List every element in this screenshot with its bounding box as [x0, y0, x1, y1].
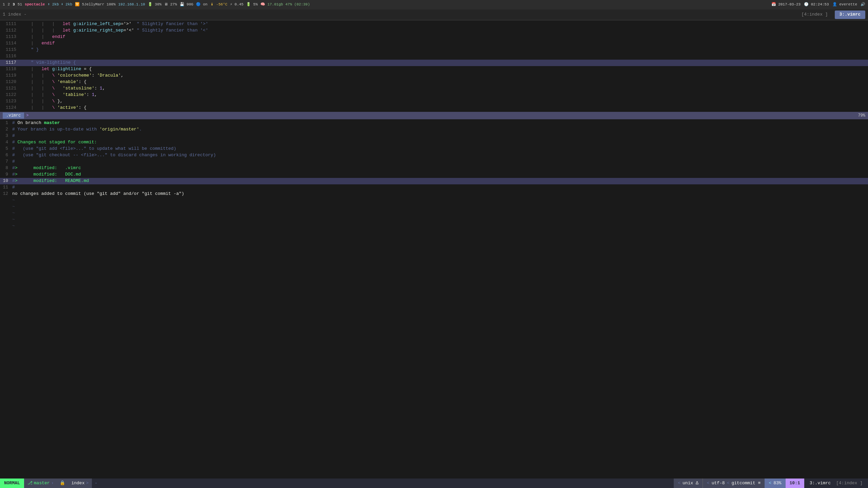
breadcrumb-arrow: > — [86, 480, 88, 486]
disk-stat: 💾 90G — [180, 2, 193, 7]
bracket-label: [4:index ] — [802, 12, 828, 18]
git-line-12: 12 no changes added to commit (use "git … — [0, 191, 868, 197]
clock-stat: 🕐 02:24:53 — [804, 2, 829, 7]
tab-2[interactable]: 2 — [8, 2, 10, 7]
upper-status-left: .vimrc > — [3, 113, 28, 119]
lock-icon: 🔒 — [60, 480, 65, 486]
branch-arrow: › — [51, 480, 54, 486]
git-line-6: 6 # (use "git checkout -- <file>..." to … — [0, 152, 868, 159]
top-bar-left: 1 2 3 51 spectacle ⬆ 2kb ⬇ 2kb 🛜 5JellyM… — [3, 2, 310, 7]
git-line-3: 3 # — [0, 133, 868, 139]
volume-stat: 🔊 — [861, 2, 865, 7]
upper-pane: 1111 | | | let g:airline_left_sep='>' " … — [0, 20, 868, 119]
git-line-8: 8 #> modified: .vimrc — [0, 165, 868, 171]
code-line-1111: 1111 | | | let g:airline_left_sep='>' " … — [0, 21, 868, 27]
encoding-section: < unix ∆ — [674, 479, 703, 488]
upper-arrow: > — [26, 113, 28, 119]
main-container: 1111 | | | let g:airline_left_sep='>' " … — [0, 20, 868, 479]
date-stat: 📅 2017-03-23 — [771, 2, 801, 7]
tab-bar: 1 index - [4:index ] 3:.vimrc — [0, 9, 868, 20]
utf-value: utf-8 — [712, 480, 725, 486]
tilde-4: ~ — [0, 217, 868, 223]
filetype-section: < utf-8 < gitcommit ≡ — [703, 479, 765, 488]
code-line-1118: 1118 | let g:lightline = { — [0, 66, 868, 73]
scroll-percent: < 83% — [765, 479, 785, 488]
branch-icon: ⎇ — [27, 480, 33, 486]
top-bar-right: 📅 2017-03-23 🕐 02:24:53 👤 everette 🔊 — [771, 2, 865, 7]
right-status: < unix ∆ < utf-8 < gitcommit ≡ < 83% 10:… — [674, 479, 804, 488]
upper-status-line: .vimrc > 79% — [0, 112, 868, 119]
code-line-1114: 1114 | endif — [0, 40, 868, 47]
cpu2-stat: 🖥 27% — [164, 2, 177, 7]
position-value: 10:1 — [790, 480, 800, 486]
branch-name: master — [34, 480, 50, 486]
encoding-value: unix ∆ — [683, 480, 698, 486]
upper-file-name: .vimrc — [3, 113, 24, 119]
git-line-4: 4 # Changes not staged for commit: — [0, 139, 868, 146]
git-line-2: 2 # Your branch is up-to-date with 'orig… — [0, 126, 868, 133]
tilde-2: ~ — [0, 204, 868, 210]
git-branch-info: ⎇ master › — [24, 479, 57, 488]
git-line-1: 1 # On branch master — [0, 120, 868, 126]
filetype-value: gitcommit ≡ — [731, 480, 761, 486]
code-line-1112: 1112 | | | let g:airline_right_sep='<' "… — [0, 27, 868, 34]
git-line-7: 7 # — [0, 159, 868, 165]
tab-3[interactable]: 3 — [13, 2, 15, 7]
code-line-1117: 1117 " vim-lightline { — [0, 60, 868, 66]
code-line-1115: 1115 " } — [0, 47, 868, 53]
git-line-5: 5 # (use "git add <file>..." to update w… — [0, 146, 868, 152]
code-line-1116: 1116 — [0, 53, 868, 60]
network-stat: ⬆ 2kb ⬇ 2kb — [47, 2, 72, 7]
top-bar: 1 2 3 51 spectacle ⬆ 2kb ⬇ 2kb 🛜 5JellyM… — [0, 0, 868, 9]
lower-file: 3:.vimrc — [810, 481, 831, 486]
dash-separator: - — [92, 480, 100, 486]
active-tab-label[interactable]: 3:.vimrc — [835, 11, 865, 19]
bt-stat: 🔵 on — [196, 2, 208, 7]
percent-left-arrow: < — [769, 480, 771, 486]
lower-bracket: [4:index ] — [836, 481, 863, 486]
lower-code-area: 1 # On branch master 2 # Your branch is … — [0, 119, 868, 230]
code-line-1119: 1119 | | \ 'colorscheme': 'Dracula', — [0, 73, 868, 79]
code-line-1120: 1120 | | \ 'enable': { — [0, 79, 868, 85]
wifi-stat: 🛜 5JellyMarr 100% — [75, 2, 116, 7]
lock-section: 🔒 — [57, 479, 68, 488]
cursor-position: 10:1 — [786, 479, 804, 488]
tab-separator: 51 — [18, 2, 22, 7]
load-stat: ⚡ 0.45 — [230, 2, 244, 7]
upper-status-right: 79% — [858, 113, 865, 119]
bottom-status-bar: NORMAL ⎇ master › 🔒 index > - < unix ∆ <… — [0, 479, 868, 488]
git-line-9: 9 #> modified: DOC.md — [0, 171, 868, 178]
git-line-11: 11 # — [0, 184, 868, 191]
filetype-left-arrow: < — [707, 480, 710, 486]
ip-stat: 192.168.1.10 — [118, 2, 145, 7]
lower-pane: 1 # On branch master 2 # Your branch is … — [0, 119, 868, 479]
code-line-1122: 1122 | | \ 'tabline': 1, — [0, 92, 868, 98]
tilde-1: ~ — [0, 197, 868, 204]
tab-bar-left: 1 index - — [3, 12, 26, 18]
breadcrumb-text: index — [71, 480, 84, 486]
vim-mode: NORMAL — [0, 479, 24, 488]
tilde-5: ~ — [0, 223, 868, 229]
tilde-3: ~ — [0, 210, 868, 217]
lower-filename: 3:.vimrc [4:index ] — [804, 480, 868, 486]
code-line-1113: 1113 | | endif — [0, 34, 868, 40]
percent-value: 83% — [773, 480, 781, 486]
tab-1[interactable]: 1 — [3, 2, 5, 7]
upper-code-area: 1111 | | | let g:airline_left_sep='>' " … — [0, 20, 868, 112]
cpu-stat: 🔋 30% — [148, 2, 161, 7]
code-line-1121: 1121 | | \ 'statusline': 1, — [0, 85, 868, 92]
utf-arrow: < — [727, 480, 730, 486]
user-stat: 👤 everette — [832, 2, 857, 7]
encoding-left-arrow: < — [678, 480, 680, 486]
code-line-1123: 1123 | | \ }, — [0, 98, 868, 105]
temp-stat: 🌡 -56°C — [210, 2, 228, 7]
ram-stat: 🧠 17.01gb 47% (02:39) — [260, 2, 310, 7]
app-name: spectacle — [25, 2, 45, 7]
git-line-10: 10 #> modified: README.md — [0, 178, 868, 184]
battery-stat: 🔋 5% — [246, 2, 258, 7]
code-line-1124: 1124 | | \ 'active': { — [0, 105, 868, 111]
breadcrumb-section: index > — [68, 479, 92, 488]
